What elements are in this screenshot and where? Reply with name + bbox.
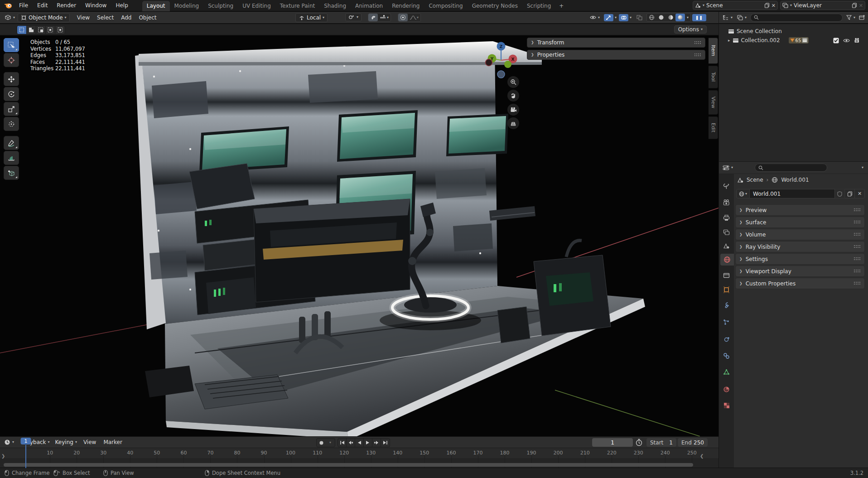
properties-search-input[interactable] — [755, 164, 827, 172]
tool-rotate[interactable] — [4, 87, 19, 101]
prev-keyframe-button[interactable] — [347, 439, 355, 447]
object-menu[interactable]: Object — [135, 13, 160, 22]
sidebar-panel-properties[interactable]: ❯ Properties — [527, 50, 705, 60]
copy-datablock-icon[interactable] — [845, 189, 855, 198]
workspace-tab-sculpting[interactable]: Sculpting — [203, 1, 238, 11]
panel-volume[interactable]: ❯Volume — [735, 229, 865, 240]
timeline-ruler[interactable]: 1020304050607080901001101201301401501601… — [0, 448, 719, 458]
select-mode-intersect[interactable] — [55, 26, 65, 34]
tool-transform[interactable] — [4, 117, 19, 131]
tab-particles[interactable] — [719, 316, 734, 328]
menu-edit[interactable]: Edit — [33, 1, 52, 10]
breadcrumb-world[interactable]: World.001 — [781, 177, 809, 183]
show-overlays-toggle[interactable] — [619, 14, 628, 21]
checkbox-icon[interactable] — [833, 38, 839, 43]
tab-tool[interactable] — [719, 180, 734, 192]
viewport-3d[interactable]: Objects0 / 65 Vertices11,067,097 Edges33… — [0, 36, 719, 436]
sidebar-tab-item[interactable]: Item — [709, 38, 718, 64]
playhead-line[interactable] — [25, 445, 26, 468]
overlays-settings-dropdown[interactable]: ▾ — [629, 15, 632, 20]
axis-gizmo[interactable]: Z Y X — [483, 39, 519, 80]
workspace-tab-modeling[interactable]: Modeling — [170, 1, 204, 11]
timeline-editor-type-button[interactable]: ▾ — [3, 438, 15, 446]
panel-custom-properties[interactable]: ❯Custom Properties — [735, 278, 865, 289]
tab-view-layer[interactable] — [719, 227, 734, 238]
tool-select-box[interactable] — [4, 38, 19, 52]
drag-handle-icon[interactable] — [854, 232, 861, 237]
tool-cursor[interactable] — [4, 53, 19, 67]
outliner-row-scene-collection[interactable]: Scene Collection — [728, 27, 782, 36]
tool-add-cube[interactable] — [4, 166, 19, 180]
drag-handle-icon[interactable] — [694, 41, 701, 45]
marker-menu[interactable]: Marker — [100, 438, 125, 447]
keying-menu[interactable]: Keying▾ — [53, 438, 80, 446]
editor-type-button[interactable]: ▾ — [2, 14, 18, 21]
outliner-row-collection-002[interactable]: ▸ Collection.002 65 — [728, 36, 864, 45]
collapse-right-region-icon[interactable]: ❮ — [700, 454, 704, 459]
camera-view-button[interactable] — [507, 104, 519, 116]
drag-handle-icon[interactable] — [854, 281, 861, 285]
drag-handle-icon[interactable] — [694, 53, 701, 57]
workspace-tab-geometry-nodes[interactable]: Geometry Nodes — [468, 1, 522, 11]
menu-window[interactable]: Window — [81, 1, 111, 10]
current-frame-field[interactable]: 1 — [592, 438, 633, 447]
new-collection-button[interactable] — [859, 14, 865, 20]
sidebar-panel-transform[interactable]: ❯ Transform — [527, 38, 705, 48]
sidebar-tab-tool[interactable]: Tool — [709, 66, 718, 88]
proportional-falloff-dropdown[interactable]: ▾ — [408, 14, 420, 21]
view-menu[interactable]: View — [73, 13, 93, 22]
expand-icon[interactable]: ▸ — [728, 39, 730, 43]
menu-file[interactable]: File — [15, 1, 32, 10]
tool-scale[interactable] — [4, 102, 19, 116]
fake-user-shield-icon[interactable] — [835, 189, 845, 198]
record-button[interactable] — [317, 439, 326, 447]
tab-texture[interactable] — [719, 400, 734, 411]
tab-output[interactable] — [719, 212, 734, 224]
workspace-tab-texture-paint[interactable]: Texture Paint — [275, 1, 319, 11]
world-name-field[interactable]: World.001 — [750, 189, 835, 198]
next-keyframe-button[interactable] — [372, 439, 381, 447]
new-scene-copy-icon[interactable] — [764, 3, 770, 8]
select-mode-subtract[interactable] — [36, 26, 46, 34]
object-visibility-dropdown[interactable]: ▾ — [587, 14, 603, 21]
xray-toggle[interactable] — [634, 14, 645, 21]
tab-scene[interactable] — [719, 240, 734, 252]
transform-orientation-dropdown[interactable]: Local ▾ — [295, 13, 328, 22]
keying-set-dropdown[interactable]: ▾ — [326, 439, 335, 447]
proportional-editing-toggle[interactable] — [398, 14, 408, 21]
timeline-scrollbar[interactable] — [4, 463, 693, 467]
workspace-tab-uv-editing[interactable]: UV Editing — [238, 1, 275, 11]
zoom-button[interactable] — [507, 76, 519, 88]
new-view-layer-copy-icon[interactable] — [852, 3, 857, 8]
tool-move[interactable] — [4, 72, 19, 86]
drag-handle-icon[interactable] — [854, 220, 861, 224]
workspace-tab-rendering[interactable]: Rendering — [387, 1, 424, 11]
panel-settings[interactable]: ❯Settings — [735, 253, 865, 265]
tab-modifiers[interactable] — [719, 299, 734, 311]
drag-handle-icon[interactable] — [854, 208, 861, 212]
shading-dropdown[interactable]: ▾ — [685, 15, 690, 20]
drag-handle-icon[interactable] — [854, 245, 861, 249]
jump-to-end-button[interactable] — [381, 439, 390, 447]
tab-physics[interactable] — [719, 333, 734, 345]
panel-ray-visibility[interactable]: ❯Ray Visibility — [735, 241, 865, 252]
properties-options-dropdown[interactable]: ▾ — [862, 166, 863, 169]
jump-to-start-button[interactable] — [338, 439, 347, 447]
outliner-filter-dropdown[interactable]: ▾ — [845, 14, 856, 21]
drag-handle-icon[interactable] — [854, 257, 861, 261]
scene-selector[interactable]: ▾ Scene ✕ — [693, 1, 778, 10]
tab-render[interactable] — [719, 197, 734, 208]
mode-dropdown[interactable]: Object Mode ▾ — [18, 13, 70, 22]
tab-world[interactable] — [720, 254, 734, 266]
shading-material-button[interactable] — [666, 14, 675, 21]
pause-preview-button[interactable]: ❚❚ — [692, 14, 706, 21]
tool-annotate[interactable] — [4, 136, 19, 150]
pivot-point-dropdown[interactable]: ▾ — [345, 13, 362, 21]
snap-toggle[interactable] — [368, 14, 378, 21]
orthographic-toggle-button[interactable] — [507, 117, 519, 129]
use-preview-range-button[interactable] — [635, 439, 643, 446]
sidebar-tab-edit[interactable]: Edit — [709, 116, 718, 139]
options-dropdown[interactable]: Options▾ — [674, 25, 707, 34]
hide-viewport-eye-icon[interactable] — [843, 38, 850, 43]
outliner-search-input[interactable] — [750, 14, 843, 22]
